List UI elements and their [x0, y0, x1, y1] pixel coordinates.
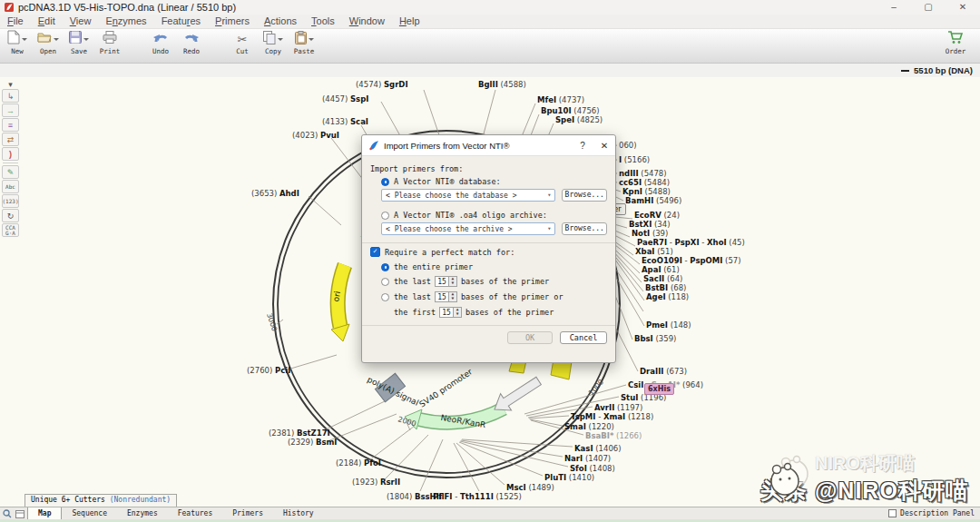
maximize-button[interactable]: ▢	[911, 0, 946, 15]
feature-ori[interactable]: ori	[331, 265, 349, 341]
feature-neor-kanr[interactable]: NeoR/KanR	[405, 409, 504, 429]
site-label[interactable]: Bpu10I (4756)	[541, 106, 600, 115]
close-button[interactable]: ✕	[946, 0, 980, 15]
new-dropdown-icon[interactable]	[22, 38, 27, 41]
site-label[interactable]: XbaI (51)	[635, 247, 673, 256]
minimize-button[interactable]: –	[877, 0, 911, 15]
collapse-panel-icon[interactable]: ▾	[2, 81, 19, 88]
site-label[interactable]: (4133) ScaI	[322, 117, 368, 126]
tab-map[interactable]: Map	[27, 507, 62, 519]
tab-features[interactable]: Features	[168, 507, 223, 519]
site-label[interactable]: (2760) PciI	[247, 366, 290, 375]
last-bases-spinner-2[interactable]: 15▲▼	[435, 291, 457, 302]
browse-database-button[interactable]: Browse...	[562, 189, 607, 202]
database-radio[interactable]	[381, 178, 389, 186]
feature-sv40-promoter[interactable]: SV40 promoter	[417, 367, 544, 418]
menu-features[interactable]: Features	[154, 15, 208, 28]
order-button[interactable]: Order	[940, 31, 971, 55]
site-label[interactable]: (4457) SspI	[322, 94, 368, 103]
site-label[interactable]: KasI (1406)	[574, 444, 622, 453]
feature-polya-signal[interactable]: poly(A) signal	[366, 373, 420, 408]
site-label[interactable]: BsaBI* (1266)	[585, 431, 642, 440]
menu-primers[interactable]: Primers	[208, 15, 257, 28]
site-label[interactable]: PaeR7I - PspXI - XhoI (45)	[637, 238, 745, 247]
enzyme-set-selector[interactable]: Unique 6+ Cutters (Nonredundant)	[24, 494, 177, 507]
site-label[interactable]: TspMI - XmaI (1218)	[571, 412, 653, 421]
site-label[interactable]: NarI (1407)	[564, 454, 611, 463]
spinner-arrows-icon[interactable]: ▲▼	[449, 291, 457, 302]
flip-strand-button[interactable]: ↳	[2, 89, 19, 103]
codon-display-button[interactable]: CCAG·A	[2, 223, 19, 237]
site-label[interactable]: PflFI - Tth111I (1525)	[433, 492, 522, 501]
site-label[interactable]: (4574) SgrDI	[356, 80, 408, 89]
spinner-arrows-icon[interactable]: ▲▼	[449, 276, 457, 287]
site-label[interactable]: SmaI (1220)	[564, 422, 614, 431]
site-label[interactable]: MscI (1489)	[506, 483, 554, 492]
site-label[interactable]: 060)	[619, 141, 637, 150]
last-bases-radio[interactable]	[381, 278, 389, 286]
site-label[interactable]: (2184) PfoI	[336, 458, 381, 468]
site-label[interactable]: SfoI (1408)	[570, 464, 615, 473]
site-label[interactable]: SacII (64)	[643, 274, 682, 283]
last-bases-spinner[interactable]: 15▲▼	[435, 276, 457, 287]
site-label[interactable]: (1923) RsrII	[352, 478, 400, 487]
database-select[interactable]: < Please choose the database > ▾	[381, 189, 555, 202]
site-label[interactable]: EcoO109I - PspOMI (57)	[642, 256, 741, 265]
numbering-toggle-button[interactable]: (123)	[2, 194, 19, 208]
menu-help[interactable]: Help	[392, 15, 427, 28]
site-label[interactable]: PluTI (1410)	[544, 473, 594, 482]
archive-radio[interactable]	[381, 212, 389, 220]
open-dropdown-icon[interactable]	[54, 38, 59, 41]
site-label[interactable]: DraIII (673)	[640, 367, 687, 376]
site-label[interactable]: BglII (4588)	[478, 80, 526, 89]
archive-select[interactable]: < Please choose the archive > ▾	[381, 222, 555, 235]
site-label[interactable]: (4023) PvuI	[292, 131, 339, 140]
site-label[interactable]: BstXI (34)	[629, 220, 670, 229]
copy-dropdown-icon[interactable]	[278, 38, 283, 41]
last-or-first-bases-radio[interactable]	[381, 293, 389, 301]
menu-actions[interactable]: Actions	[257, 15, 304, 28]
site-label[interactable]: AvrII (1197)	[594, 403, 642, 412]
site-label[interactable]: NotI (39)	[632, 229, 668, 238]
site-label[interactable]: (2329) BsmI	[288, 438, 338, 447]
sixhis-label[interactable]: 6xHis	[644, 383, 674, 395]
spinner-arrows-icon[interactable]: ▲▼	[454, 307, 462, 318]
description-panel-toggle[interactable]: Description Panel	[888, 507, 975, 519]
tab-primers[interactable]: Primers	[222, 507, 273, 519]
dialog-title-bar[interactable]: Import Primers from Vector NTI® ? ✕	[362, 135, 615, 156]
save-button[interactable]: Save	[65, 31, 93, 55]
tab-enzymes[interactable]: Enzymes	[117, 507, 168, 519]
site-label[interactable]: KpnI (5488)	[622, 187, 671, 196]
first-bases-spinner[interactable]: 15▲▼	[439, 307, 462, 318]
site-label[interactable]: MfeI (4737)	[537, 95, 584, 104]
rotate-map-button[interactable]: ↻	[2, 209, 19, 222]
site-label[interactable]: cc65I (5484)	[619, 178, 670, 187]
translations-toggle-button[interactable]: ⇄	[2, 133, 19, 146]
paste-dropdown-icon[interactable]	[309, 38, 314, 41]
perfect-match-checkbox[interactable]: ✓	[370, 247, 380, 257]
menu-window[interactable]: Window	[342, 15, 392, 28]
undo-button[interactable]: Undo	[147, 31, 174, 55]
tab-sequence[interactable]: Sequence	[62, 507, 117, 519]
description-panel-checkbox[interactable]	[888, 509, 897, 517]
open-button[interactable]: Open	[34, 31, 62, 55]
site-label[interactable]: BbsI (359)	[634, 334, 676, 343]
enzymes-toggle-button[interactable]: )	[2, 147, 19, 161]
dialog-help-button[interactable]: ?	[572, 141, 593, 151]
copy-button[interactable]: Copy	[260, 31, 287, 55]
tab-history[interactable]: History	[273, 507, 324, 519]
site-label[interactable]: I (5166)	[619, 155, 650, 164]
site-label[interactable]: (2381) BstZ17I	[269, 428, 330, 438]
site-label[interactable]: BamHI (5496)	[625, 196, 681, 205]
site-label[interactable]: BstBI (68)	[645, 283, 686, 292]
entire-primer-radio[interactable]	[381, 263, 389, 271]
menu-tools[interactable]: Tools	[304, 15, 342, 28]
site-label[interactable]: AgeI (118)	[646, 292, 689, 301]
browse-archive-button[interactable]: Browse...	[562, 222, 607, 235]
ok-button[interactable]: OK	[507, 331, 553, 344]
dialog-close-button[interactable]: ✕	[593, 141, 615, 151]
new-button[interactable]: New	[4, 31, 31, 55]
cancel-button[interactable]: Cancel	[560, 331, 607, 344]
paste-button[interactable]: Paste	[290, 31, 318, 55]
site-label[interactable]: PmeI (148)	[646, 320, 691, 330]
